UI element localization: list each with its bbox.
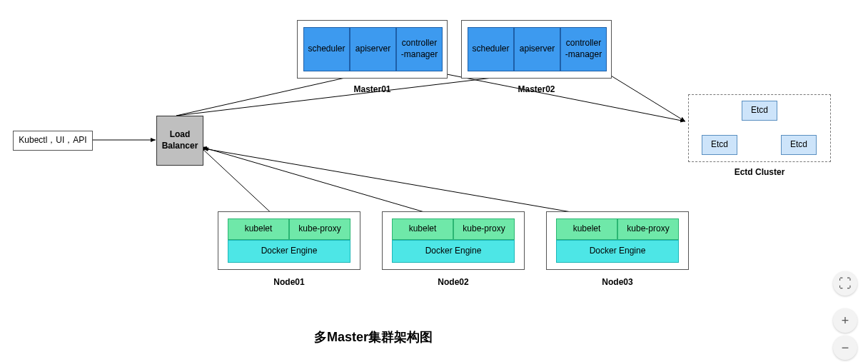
load-balancer-box: Load Balancer	[156, 116, 203, 166]
master02-controller-manager: controller -manager	[560, 27, 607, 71]
node03-kubeproxy-label: kube-proxy	[627, 223, 669, 235]
etcd-node-top: Etcd	[742, 101, 777, 121]
master01-scheduler: scheduler	[303, 27, 350, 71]
etcd-node-left: Etcd	[702, 135, 737, 155]
node01-label: Node01	[218, 277, 360, 287]
svg-line-7	[203, 149, 596, 216]
node02-kubelet-label: kubelet	[409, 223, 437, 235]
node01-kubeproxy-label: kube-proxy	[298, 223, 340, 235]
etcd-left-label: Etcd	[711, 139, 728, 151]
diagram-title: 多Master集群架构图	[314, 328, 433, 346]
node01-docker-label: Docker Engine	[261, 246, 318, 257]
plus-icon: +	[842, 313, 849, 328]
master01-apiserver: apiserver	[350, 27, 396, 71]
svg-line-5	[201, 147, 275, 216]
node02-docker: Docker Engine	[392, 240, 515, 263]
master02-apiserver-label: apiserver	[520, 44, 555, 55]
svg-line-2	[176, 74, 528, 116]
node02-kubeproxy-label: kube-proxy	[463, 223, 505, 235]
master02-scheduler-label: scheduler	[472, 44, 509, 55]
master01-scheduler-label: scheduler	[308, 44, 345, 55]
node01-kubelet-label: kubelet	[245, 223, 273, 235]
node03-kubeproxy: kube-proxy	[617, 218, 679, 240]
node03-docker-label: Docker Engine	[590, 246, 646, 257]
master02-apiserver: apiserver	[514, 27, 560, 71]
node02-kubelet: kubelet	[392, 218, 453, 240]
node02-label: Node02	[382, 277, 525, 287]
node03-docker: Docker Engine	[556, 240, 679, 263]
etcd-right-label: Etcd	[790, 139, 807, 151]
node01-kubelet: kubelet	[228, 218, 289, 240]
diagram-canvas: Kubectl，UI，API Load Balancer scheduler a…	[0, 0, 868, 362]
node01-kubeproxy: kube-proxy	[289, 218, 350, 240]
zoom-out-button[interactable]: −	[833, 336, 857, 360]
node01-docker: Docker Engine	[228, 240, 350, 263]
node03-kubelet-label: kubelet	[573, 223, 601, 235]
svg-line-1	[176, 74, 364, 116]
etcd-node-right: Etcd	[781, 135, 817, 155]
fullscreen-button[interactable]: ⛶	[833, 271, 857, 296]
master01-apiserver-label: apiserver	[355, 44, 390, 55]
zoom-in-button[interactable]: +	[833, 308, 857, 333]
svg-line-6	[202, 147, 439, 216]
etcd-top-label: Etcd	[751, 105, 768, 116]
master02-label: Master02	[461, 84, 612, 94]
master01-controller-manager: controller -manager	[396, 27, 443, 71]
svg-line-3	[443, 74, 685, 121]
minus-icon: −	[842, 341, 849, 356]
master02-controller-label: controller -manager	[565, 38, 602, 60]
node03-label: Node03	[546, 277, 689, 287]
master02-scheduler: scheduler	[468, 27, 514, 71]
fullscreen-icon: ⛶	[839, 276, 852, 291]
svg-line-4	[607, 74, 685, 121]
node02-kubeproxy: kube-proxy	[453, 218, 515, 240]
node03-kubelet: kubelet	[556, 218, 617, 240]
load-balancer-label: Load Balancer	[162, 129, 198, 151]
master01-controller-label: controller -manager	[401, 38, 438, 60]
client-label: Kubectl，UI，API	[19, 135, 86, 146]
client-box: Kubectl，UI，API	[13, 131, 93, 151]
etcd-cluster-label: Ectd Cluster	[688, 167, 831, 177]
master01-label: Master01	[297, 84, 448, 94]
node02-docker-label: Docker Engine	[425, 246, 482, 257]
